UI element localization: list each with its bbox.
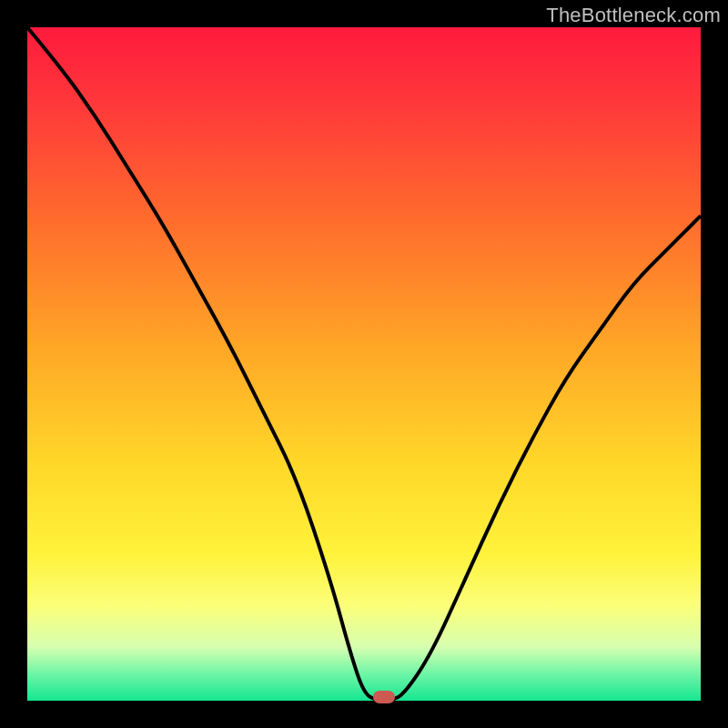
optimal-marker <box>373 691 395 703</box>
bottleneck-curve <box>27 27 701 701</box>
watermark-text: TheBottleneck.com <box>546 4 721 27</box>
plot-area <box>27 27 701 701</box>
chart-frame: TheBottleneck.com <box>0 0 728 728</box>
